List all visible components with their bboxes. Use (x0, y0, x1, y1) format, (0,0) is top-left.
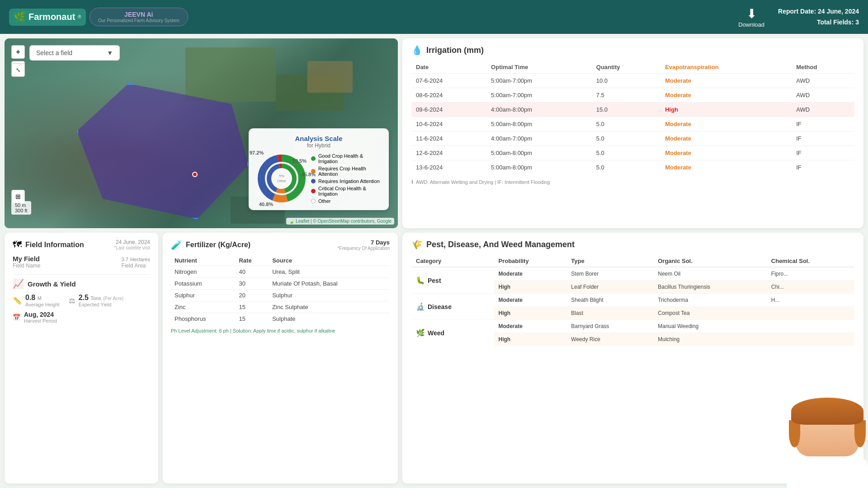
field-info-icon: 🗺 (13, 239, 22, 250)
irr-date: 09-6-2024 (411, 103, 486, 117)
irr-col-date: Date (411, 61, 486, 74)
pest-organic: Bacillus Thuringiensis (653, 281, 767, 294)
table-row: Nitrogen 40 Urea, Split (171, 266, 390, 278)
height-unit: M (38, 294, 42, 301)
legend-dot-white (311, 199, 316, 203)
field-select-dropdown[interactable]: Select a field ▼ (29, 45, 120, 61)
irrigation-card: 💧 Irrigation (mm) Date Optimal Time Quan… (402, 38, 863, 228)
fert-rate: 30 (235, 278, 269, 290)
scale-feet: 300 ft (15, 208, 28, 213)
table-row: 🔬Disease Moderate Sheath Blight Trichode… (411, 294, 854, 307)
yield-per: (Per Acre) (103, 296, 123, 301)
jeevn-badge: JEEVN Ai Our Personalized Farm Advisory … (90, 8, 188, 26)
irr-time: 4:00am-8:00pm (486, 103, 592, 117)
field-name-item: My Field Field Name (13, 255, 40, 269)
irr-time: 5:00am-7:00pm (486, 88, 592, 103)
irr-method: IF (792, 117, 854, 131)
fertilizer-table-body: Nitrogen 40 Urea, Split Potassium 30 Mur… (171, 266, 390, 325)
fert-source: Zinc Sulphate (269, 301, 390, 313)
irr-et: Moderate (660, 160, 792, 175)
table-row: Sulphur 20 Sulphur (171, 290, 390, 301)
total-fields-label: Total Fields: (817, 19, 854, 26)
pest-chemical: H... (767, 294, 854, 307)
fertilizer-table: Nutrient Rate Source Nitrogen 40 Urea, S… (171, 255, 390, 324)
irr-col-time: Optimal Time (486, 61, 592, 74)
fullscreen-button[interactable]: ⤡ (11, 63, 25, 77)
irr-date: 08-6-2024 (411, 88, 486, 103)
pest-type: Blast (566, 307, 653, 320)
legend-item-good: Good Crop Health & Irrigation (311, 153, 381, 164)
logo-area: 🌿 Farmonaut® JEEVN Ai Our Personalized F… (9, 8, 188, 26)
fertilizer-header: 🧪 Fertilizer (Kg/Acre) 7 Days *Frequency… (171, 239, 390, 251)
zoom-in-button[interactable]: + (11, 45, 25, 59)
download-button[interactable]: ⬇ Download (738, 6, 764, 28)
map-container: + − ⤡ ⊞ Select a field ▼ 50 m 300 ft 🍃 L… (5, 38, 398, 228)
legend-item-requires-irr: Requires Irrigation Attention (311, 178, 381, 184)
irr-et: Moderate (660, 117, 792, 131)
irr-et: High (660, 103, 792, 117)
total-fields-line: Total Fields: 3 (778, 17, 859, 28)
field-info-title-area: 🗺 Field Information (13, 239, 84, 250)
harvest-value: Aug, 2024 (24, 311, 57, 318)
height-item: 📏 0.8 M Average Height (13, 294, 60, 307)
fertilizer-title: Fertilizer (Kg/Acre) (186, 241, 250, 249)
info-icon: ℹ (411, 179, 413, 185)
field-divider (13, 274, 150, 275)
harvest-row: 📅 Aug, 2024 Harvest Period (13, 311, 150, 324)
donut-label-40: 40.8% (259, 202, 273, 207)
analysis-legend: Good Crop Health & Irrigation Requires C… (311, 153, 381, 204)
field-area-item: 3.7 Hectares Field Area (122, 255, 151, 269)
irrigation-title: Irrigation (mm) (426, 46, 484, 55)
fert-nutrient: Zinc (171, 301, 235, 313)
pest-category-weed: 🌿Weed (411, 320, 494, 346)
leaflet-label: 🍃 Leaflet (289, 219, 309, 224)
field-marker (192, 172, 198, 177)
analysis-body: 5% Other 97.2% 10.5% 45.8% 40.8% Good Cr… (257, 153, 381, 204)
pest-prob: High (494, 281, 567, 294)
svg-text:5%: 5% (279, 174, 284, 178)
legend-dot-blue (311, 179, 316, 183)
map-attribution: 🍃 Leaflet | © OpenStreetMap contributors… (286, 218, 394, 225)
irr-date: 07-6-2024 (411, 74, 486, 88)
table-row: 12-6-2024 5:00am-8:00pm 5.0 Moderate IF (411, 146, 854, 160)
header-right: ⬇ Download Report Date: 24 June, 2024 To… (738, 6, 859, 28)
disease-icon: 🔬 (416, 302, 425, 311)
irr-method: AWD (792, 88, 854, 103)
fert-source: Urea, Split (269, 266, 390, 278)
map-scale: 50 m 300 ft (11, 201, 31, 215)
irr-time: 5:00am-7:00pm (486, 74, 592, 88)
fert-nutrient: Potassium (171, 278, 235, 290)
report-date-line: Report Date: 24 June, 2024 (778, 6, 859, 17)
yield-value: 2.5 (79, 294, 89, 301)
height-icon: 📏 (13, 296, 22, 305)
irr-date: 10-6-2024 (411, 117, 486, 131)
osm-label: | © OpenStreetMap contributors, Google (311, 219, 392, 224)
analysis-title: Analysis Scale (257, 135, 381, 142)
donut-label-45: 45.8% (302, 172, 316, 177)
table-row: Zinc 15 Zinc Sulphate (171, 301, 390, 313)
pest-type: Sheath Blight (566, 294, 653, 307)
irrigation-note-text: AWD: Alternate Wetting and Drying | IF: … (416, 179, 550, 185)
irr-qty: 10.0 (592, 74, 660, 88)
pest-col-organic: Organic Sol. (653, 255, 767, 267)
irr-time: 5:00am-8:00pm (486, 146, 592, 160)
table-row: 13-6-2024 5:00am-8:00pm 5.0 Moderate IF (411, 160, 854, 175)
table-row: 10-6-2024 5:00am-8:00pm 5.0 Moderate IF (411, 117, 854, 131)
field-info-title: Field Information (25, 241, 84, 249)
table-row: Phosphorus 15 Sulphate (171, 313, 390, 325)
pest-organic: Mulching (653, 333, 767, 346)
legend-dot-green (311, 156, 316, 161)
pest-prob: Moderate (494, 320, 567, 333)
legend-label-requires-crop: Requires Crop Health Attention (318, 166, 381, 177)
report-date-label: Report Date: (778, 8, 816, 15)
header: 🌿 Farmonaut® JEEVN Ai Our Personalized F… (0, 0, 868, 34)
report-date: 24 June, 2024 (818, 8, 859, 15)
irr-method: AWD (792, 103, 854, 117)
irr-et: Moderate (660, 74, 792, 88)
irr-qty: 5.0 (592, 146, 660, 160)
irr-time: 4:00am-7:00pm (486, 131, 592, 146)
pest-type: Weedy Rice (566, 333, 653, 346)
table-row: 08-6-2024 5:00am-7:00pm 7.5 Moderate AWD (411, 88, 854, 103)
pest-col-category: Category (411, 255, 494, 267)
pest-organic: Compost Tea (653, 307, 767, 320)
